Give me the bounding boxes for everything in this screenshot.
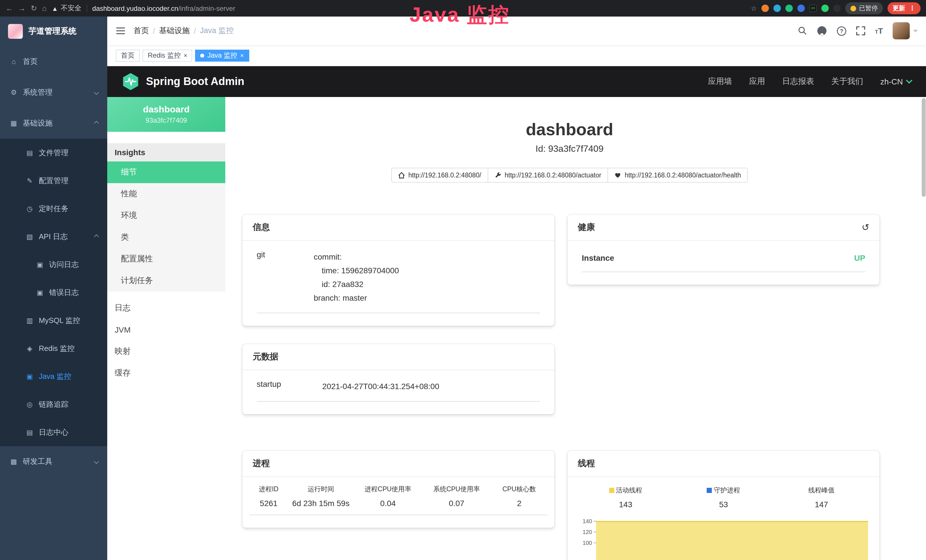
card-title: 元数据	[253, 351, 278, 362]
status-badge: UP	[854, 253, 865, 262]
breadcrumb-home[interactable]: 首页	[133, 26, 149, 36]
card-title: 进程	[253, 458, 270, 469]
instance-links: http://192.168.0.2:48080/ http://192.168…	[242, 168, 897, 183]
address-bar[interactable]: dashboard.yudao.iocoder.cn/infra/admin-s…	[92, 4, 235, 12]
instance-header[interactable]: dashboard 93a3fc7f7409	[107, 97, 225, 132]
sba-item-caches[interactable]: 缓存	[107, 362, 225, 384]
forward-icon[interactable]: →	[18, 4, 26, 12]
sba-item-classes[interactable]: 类	[107, 227, 225, 248]
git-branch: branch: master	[314, 291, 399, 305]
sba-sidebar: dashboard 93a3fc7f7409 Insights 细节 性能 环境…	[107, 97, 225, 560]
sba-item-environment[interactable]: 环境	[107, 205, 225, 227]
sidebar-item-config-management[interactable]: ✎ 配置管理	[0, 166, 107, 195]
tick-mark	[594, 521, 596, 522]
back-icon[interactable]: ←	[6, 4, 13, 12]
sidebar-item-mysql-monitor[interactable]: ▥ MySQL 监控	[0, 306, 107, 334]
tab-label: 首页	[121, 50, 135, 60]
update-label: 更新	[893, 4, 905, 12]
history-icon[interactable]: ↺	[861, 223, 869, 232]
screen: ← → ↻ ⌂ ▲ 不安全 dashboard.yudao.iocoder.cn…	[0, 0, 926, 560]
sidebar-item-infrastructure[interactable]: ▦ 基础设施	[0, 108, 107, 139]
reload-icon[interactable]: ↻	[31, 4, 37, 12]
tab-home[interactable]: 首页	[116, 49, 140, 61]
health-card: 健康 ↺ Instance UP	[567, 215, 879, 285]
breadcrumb-infrastructure[interactable]: 基础设施	[159, 26, 190, 36]
fullscreen-icon[interactable]	[856, 26, 865, 35]
sidebar-item-scheduled-jobs[interactable]: ◷ 定时任务	[0, 195, 107, 222]
hamburger-icon[interactable]	[116, 27, 126, 35]
close-icon[interactable]: ×	[184, 52, 188, 59]
legend-label: 守护进程	[714, 486, 740, 495]
home-icon[interactable]: ⌂	[42, 4, 47, 12]
value-system-cpu: 0.07	[422, 499, 491, 508]
browser-menu-icon[interactable]: ⋮	[909, 5, 915, 12]
svg-text:?: ?	[840, 28, 843, 34]
health-url-button[interactable]: http://192.168.0.2:48080/actuator/health	[607, 168, 748, 183]
sidebar-item-label: 定时任务	[39, 203, 68, 214]
sidebar-item-java-monitor[interactable]: ▣ Java 监控	[0, 362, 107, 390]
sba-nav-applications[interactable]: 应用	[749, 76, 765, 87]
bookmark-star-icon[interactable]: ☆	[750, 4, 757, 12]
app-logo[interactable]: 芋道管理系统	[0, 17, 107, 46]
actuator-url-button[interactable]: http://192.168.0.2:48080/actuator	[487, 168, 608, 183]
tab-java-monitor[interactable]: Java 监控 ×	[195, 49, 249, 61]
sba-item-jvm[interactable]: JVM	[107, 319, 225, 341]
divider	[86, 5, 87, 12]
close-icon[interactable]: ×	[240, 52, 244, 59]
sidebar-item-log-center[interactable]: ▤ 日志中心	[0, 418, 107, 446]
scrollbar-thumb[interactable]	[922, 98, 926, 197]
avatar	[893, 22, 910, 39]
log-center-icon: ▤	[25, 428, 34, 436]
sba-nav-wallboard[interactable]: 应用墙	[708, 76, 732, 87]
threads-chart: 140 120 100	[576, 516, 870, 560]
card-title: 健康	[578, 222, 595, 233]
sba-nav-journal[interactable]: 日志报表	[782, 76, 814, 87]
sidebar-item-system-management[interactable]: ⚙ 系统管理	[0, 77, 107, 108]
file-icon: ▤	[25, 148, 34, 157]
sba-brand[interactable]: Spring Boot Admin	[122, 73, 244, 91]
tab-redis-monitor[interactable]: Redis 监控 ×	[142, 49, 192, 61]
locale-select[interactable]: zh-CN	[881, 77, 911, 86]
help-icon[interactable]: ?	[837, 26, 846, 36]
sidebar-item-label: 错误日志	[49, 287, 79, 298]
sidebar-item-error-logs[interactable]: ▣ 错误日志	[0, 278, 107, 306]
sidebar-item-dev-tools[interactable]: ▩ 研发工具	[0, 446, 107, 477]
service-url-button[interactable]: http://192.168.0.2:48080/	[391, 168, 488, 183]
extension-icon-2[interactable]	[773, 5, 781, 12]
security-indicator[interactable]: ▲ 不安全	[52, 3, 82, 13]
sba-nav-about[interactable]: 关于我们	[831, 76, 863, 87]
paused-badge[interactable]: 已暂停	[845, 2, 883, 14]
sba-item-config-properties[interactable]: 配置属性	[107, 248, 225, 270]
user-menu[interactable]	[893, 22, 918, 39]
sidebar-item-file-management[interactable]: ▤ 文件管理	[0, 139, 107, 166]
sba-item-scheduled-tasks[interactable]: 计划任务	[107, 270, 225, 292]
extension-icon-1[interactable]	[761, 5, 769, 12]
sidebar-item-home[interactable]: ⌂ 首页	[0, 46, 107, 77]
extension-icon-3[interactable]	[785, 5, 793, 12]
sba-item-performance[interactable]: 性能	[107, 183, 225, 205]
mysql-icon: ▥	[25, 316, 34, 324]
github-icon[interactable]	[817, 26, 827, 36]
infrastructure-submenu: ▤ 文件管理 ✎ 配置管理 ◷ 定时任务 ▧ API 日志 ▣	[0, 139, 107, 446]
edit-icon: ✎	[25, 177, 34, 185]
sba-item-details[interactable]: 细节	[107, 162, 225, 183]
extension-icon-5[interactable]	[822, 5, 829, 12]
sidebar-item-redis-monitor[interactable]: ◈ Redis 监控	[0, 334, 107, 362]
chevron-up-icon	[94, 234, 99, 239]
y-tick: 100	[583, 540, 592, 546]
metadata-value: 2021-04-27T00:44:31.254+08:00	[322, 380, 439, 393]
sba-item-mappings[interactable]: 映射	[107, 341, 225, 362]
sidebar-item-api-logs[interactable]: ▧ API 日志	[0, 222, 107, 250]
sidebar-item-trace[interactable]: ◎ 链路追踪	[0, 390, 107, 418]
gear-icon: ⚙	[9, 88, 18, 97]
extension-icon-6[interactable]	[833, 5, 841, 12]
extension-icon-4[interactable]	[797, 5, 805, 12]
font-size-icon[interactable]: TT	[875, 26, 883, 35]
sidebar-item-label: 配置管理	[39, 176, 68, 186]
search-icon[interactable]	[798, 26, 807, 35]
instance-label[interactable]: Instance	[582, 253, 614, 262]
update-browser-button[interactable]: 更新 ⋮	[888, 2, 921, 14]
extension-icon-on[interactable]: on	[809, 5, 817, 12]
sba-item-logs[interactable]: 日志	[107, 297, 225, 319]
sidebar-item-access-logs[interactable]: ▣ 访问日志	[0, 250, 107, 278]
